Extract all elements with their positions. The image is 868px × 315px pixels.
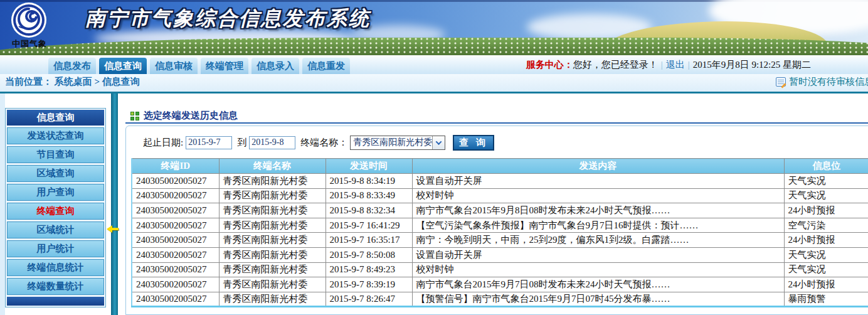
cell-terminal-id: 240305002005027 [132, 188, 219, 203]
to-label: 到 [237, 137, 246, 149]
banner: 中国气象 南宁市气象综合信息发布系统 [0, 0, 868, 55]
cell-send-content: 设置自动开关屏 [412, 247, 784, 262]
cell-send-time: 2015-9-7 16:41:29 [326, 218, 412, 233]
cell-terminal-name: 青秀区南阳新光村委 [219, 292, 326, 307]
nav-tab[interactable]: 终端管理 [201, 58, 248, 74]
table-row[interactable]: 240305002005027 青秀区南阳新光村委 2015-9-7 8:50:… [132, 247, 868, 262]
table-column-header: 信息位 [784, 159, 868, 174]
cell-info-type: 24小时预报 [784, 233, 868, 248]
cell-send-content: 南宁：今晚到明天，中雨，25到29度，偏东风1到2级。白露踏…… [412, 233, 784, 248]
table-column-header: 终端ID [132, 159, 219, 174]
date-range-label: 起止日期: [143, 137, 183, 149]
logo-caption: 中国气象 [4, 38, 55, 50]
table-row[interactable]: 240305002005027 青秀区南阳新光村委 2015-9-7 8:26:… [132, 292, 868, 307]
content-panel: 起止日期: 到 终端名称： 青秀区南阳新光村委 查 询 终端ID终端名称发送时间… [125, 125, 868, 315]
sidebar-item[interactable]: 区域统计 [7, 222, 104, 238]
date-from-input[interactable] [186, 136, 232, 149]
terminal-select[interactable]: 青秀区南阳新光村委 [350, 136, 445, 150]
left-edge-strip [0, 93, 5, 315]
cell-info-type: 天气实况 [784, 174, 868, 189]
sidebar-item[interactable]: 终端查询 [7, 203, 104, 220]
breadcrumb-label: 当前位置： [5, 77, 52, 87]
sidebar-item[interactable]: 用户统计 [7, 240, 104, 257]
sidebar: 信息查询 发送状态查询节目查询区域查询用户查询终端查询区域统计用户统计终端信息统… [5, 108, 106, 307]
sidebar-item[interactable]: 终端数量统计 [7, 278, 104, 295]
nav-tab[interactable]: 信息录入 [251, 58, 299, 74]
service-center-bar: 服务中心：您好，您已经登录！|退出|2015年9月8日 9:12:25 星期二 [526, 58, 811, 72]
datetime-text: 2015年9月8日 9:12:25 星期二 [693, 60, 811, 70]
cell-terminal-name: 青秀区南阳新光村委 [219, 247, 326, 262]
cell-terminal-name: 青秀区南阳新光村委 [219, 262, 326, 277]
service-center-label: 服务中心： [526, 60, 573, 70]
breadcrumb: 当前位置： 系统桌面 > 信息查询 [5, 76, 140, 88]
cell-terminal-id: 240305002005027 [132, 218, 219, 233]
logout-link[interactable]: 退出 [666, 60, 685, 70]
nav-tab[interactable]: 信息查询 [99, 58, 147, 74]
history-table: 终端ID终端名称发送时间发送内容信息位 240305002005027 青秀区南… [131, 158, 868, 307]
notepad-pencil-icon [776, 77, 786, 87]
query-form: 起止日期: 到 终端名称： 青秀区南阳新光村委 查 询 [143, 134, 494, 151]
sidebar-item[interactable]: 用户查询 [7, 184, 104, 201]
cell-terminal-id: 240305002005027 [132, 203, 219, 218]
table-column-header: 终端名称 [219, 159, 326, 174]
cell-send-content: 南宁市气象台2015年9月8日08时发布未来24小时天气预报…… [412, 203, 784, 218]
chevron-down-icon[interactable] [432, 136, 445, 149]
separator: | [688, 60, 690, 70]
table-header-row: 终端ID终端名称发送时间发送内容信息位 [132, 159, 868, 174]
table-row[interactable]: 240305002005027 青秀区南阳新光村委 2015-9-7 16:41… [132, 218, 868, 233]
cell-send-time: 2015-9-7 16:35:17 [326, 233, 412, 248]
nav-tab[interactable]: 信息重发 [302, 58, 350, 74]
login-greeting: 您好，您已经登录！ [573, 60, 658, 70]
cell-terminal-id: 240305002005027 [132, 262, 219, 277]
table-row[interactable]: 240305002005027 青秀区南阳新光村委 2015-9-7 8:49:… [132, 262, 868, 277]
cell-send-content: 校对时钟 [412, 188, 784, 203]
cell-info-type: 空气污染 [784, 218, 868, 233]
sidebar-item[interactable]: 终端信息统计 [7, 259, 104, 276]
table-row[interactable]: 240305002005027 青秀区南阳新光村委 2015-9-7 16:35… [132, 233, 868, 248]
terminal-name-label: 终端名称： [300, 137, 347, 149]
cell-terminal-id: 240305002005027 [132, 174, 219, 189]
section-underline [125, 122, 868, 124]
cell-send-content: 【空气污染气象条件预报】南宁市气象台9月7日16时提供：预计…… [412, 218, 784, 233]
nav-tab[interactable]: 信息审核 [150, 58, 198, 74]
cell-send-time: 2015-9-7 8:49:23 [326, 262, 412, 277]
search-button[interactable]: 查 询 [453, 135, 494, 151]
cell-info-type: 天气实况 [784, 188, 868, 203]
breadcrumb-path[interactable]: 系统桌面 > 信息查询 [55, 77, 140, 87]
cell-terminal-id: 240305002005027 [132, 292, 219, 307]
cell-info-type: 24小时预报 [784, 203, 868, 218]
history-table-body: 240305002005027 青秀区南阳新光村委 2015-9-8 8:34:… [132, 174, 868, 307]
cell-info-type: 暴雨预警 [784, 292, 868, 307]
table-row[interactable]: 240305002005027 青秀区南阳新光村委 2015-9-8 8:34:… [132, 174, 868, 189]
cell-send-content: 南宁市气象台2015年9月7日08时发布未来24小时天气预报…… [412, 277, 784, 292]
nav-tab[interactable]: 信息发布 [48, 58, 96, 74]
cell-send-time: 2015-9-7 8:26:47 [326, 292, 412, 307]
sidebar-item[interactable]: 节目查询 [7, 146, 104, 163]
nav-tabs: 信息发布信息查询信息审核终端管理信息录入信息重发 [48, 58, 350, 74]
section-header: 选定终端发送历史信息 [130, 110, 238, 122]
table-row[interactable]: 240305002005027 青秀区南阳新光村委 2015-9-8 8:33:… [132, 188, 868, 203]
table-row[interactable]: 240305002005027 青秀区南阳新光村委 2015-9-7 8:39:… [132, 277, 868, 292]
cell-info-type: 24小时预报 [784, 277, 868, 292]
review-notice: 暂时没有待审核信息 [776, 76, 868, 88]
sidebar-items: 发送状态查询节目查询区域查询用户查询终端查询区域统计用户统计终端信息统计终端数量… [7, 127, 104, 295]
cell-send-time: 2015-9-7 8:39:19 [326, 277, 412, 292]
cell-info-type: 天气实况 [784, 247, 868, 262]
table-row[interactable]: 240305002005027 青秀区南阳新光村委 2015-9-8 8:32:… [132, 203, 868, 218]
review-notice-text: 暂时没有待审核信息 [789, 76, 868, 88]
table-column-header: 发送时间 [326, 159, 412, 174]
cell-send-content: 设置自动开关屏 [412, 174, 784, 189]
cma-logo-icon [10, 1, 48, 39]
sidebar-item[interactable]: 发送状态查询 [7, 127, 104, 144]
collapse-arrow-icon[interactable] [107, 225, 119, 233]
cell-send-time: 2015-9-8 8:33:49 [326, 188, 412, 203]
separator: | [661, 60, 663, 70]
date-to-input[interactable] [249, 136, 295, 149]
history-table-wrap: 终端ID终端名称发送时间发送内容信息位 240305002005027 青秀区南… [131, 158, 868, 307]
sidebar-item[interactable]: 区域查询 [7, 165, 104, 182]
terminal-select-value: 青秀区南阳新光村委 [351, 137, 432, 148]
cell-terminal-name: 青秀区南阳新光村委 [219, 218, 326, 233]
sidebar-divider-bar[interactable] [111, 93, 118, 315]
cell-terminal-name: 青秀区南阳新光村委 [219, 174, 326, 189]
cell-terminal-id: 240305002005027 [132, 277, 219, 292]
